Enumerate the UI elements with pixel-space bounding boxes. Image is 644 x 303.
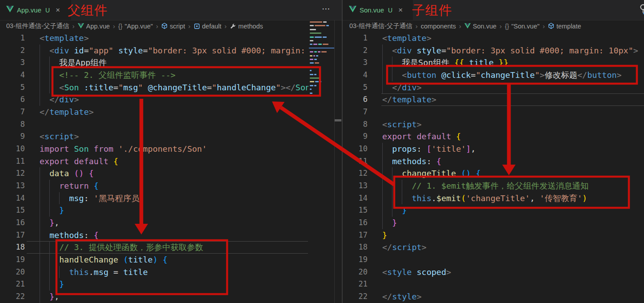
code-text: this.$emit('changeTitle', '传智教育'): [382, 192, 587, 205]
breadcrumb-item[interactable]: script: [161, 23, 185, 30]
code-line[interactable]: 4 <button @click="changeTitle">修改标题</but…: [343, 69, 644, 81]
breadcrumb-label: template: [556, 23, 581, 30]
line-number: 9: [0, 130, 25, 143]
line-number: 22: [343, 291, 368, 303]
code-line[interactable]: 7</template>: [0, 106, 308, 118]
breadcrumb-item[interactable]: template: [548, 23, 581, 30]
code-line[interactable]: 1<template>: [0, 32, 308, 44]
code-line[interactable]: 6 </div>: [0, 93, 308, 106]
breadcrumb-separator-icon: ›: [459, 22, 461, 30]
code-line[interactable]: 14 this.$emit('changeTitle', '传智教育'): [343, 192, 644, 205]
scrollbar-thumb[interactable]: [335, 119, 341, 121]
code-line[interactable]: 3 我是Son组件 {{ title }}: [343, 57, 644, 69]
code-line[interactable]: 11export default {: [0, 155, 308, 168]
breadcrumb-label: default: [202, 23, 222, 30]
code-line[interactable]: 11 methods: {: [343, 155, 644, 168]
code-line[interactable]: 8: [0, 118, 308, 131]
code-line[interactable]: 15 }: [343, 204, 644, 217]
code-line[interactable]: 4 <!-- 2. 父组件监听事件 -->: [0, 69, 308, 81]
code-text: },: [40, 217, 59, 229]
breadcrumb-item[interactable]: Son.vue: [464, 23, 496, 30]
code-line[interactable]: 17 methods: {: [0, 229, 308, 242]
breadcrumb-separator-icon: ›: [224, 22, 227, 30]
code-line[interactable]: 3 我是App组件: [0, 57, 308, 69]
breadcrumb-label: "App.vue": [124, 23, 153, 30]
breadcrumb-label: App.vue: [86, 23, 110, 30]
minimap-row: [310, 59, 317, 60]
code-line[interactable]: 12 data () {: [0, 167, 308, 180]
code-line[interactable]: 2 <div id="app" style="border: 3px solid…: [0, 44, 308, 57]
line-number: 17: [0, 229, 25, 242]
code-line[interactable]: 6</template>: [343, 93, 644, 106]
minimap-row: [310, 55, 318, 57]
breadcrumb-separator-icon: ›: [113, 22, 115, 30]
code-line[interactable]: 9<script>: [0, 130, 308, 143]
line-number: 20: [0, 266, 25, 279]
code-line[interactable]: 22</style>: [343, 291, 644, 303]
code-line[interactable]: 5 </div>: [343, 81, 644, 94]
code-line[interactable]: 10 props: ['title'],: [343, 143, 644, 155]
breadcrumb-item[interactable]: components: [421, 23, 456, 30]
breadcrumb-separator-icon: ›: [416, 22, 418, 30]
tab-app-vue[interactable]: App.vue U ×: [0, 0, 71, 20]
code-line[interactable]: 17}: [343, 229, 644, 242]
code-line[interactable]: 1<template>: [343, 32, 644, 44]
close-icon[interactable]: ×: [398, 6, 403, 15]
line-number: 2: [343, 44, 368, 57]
close-icon[interactable]: ×: [56, 6, 60, 15]
code-line[interactable]: 18</script>: [343, 241, 644, 254]
minimap-row: [310, 77, 320, 79]
breadcrumb[interactable]: 03-组件通信-父子通信›components›Son.vue›{}"Son.v…: [349, 20, 581, 32]
editor-action-icon[interactable]: [639, 4, 644, 15]
code-line[interactable]: 20 this.msg = title: [0, 266, 308, 279]
breadcrumb-item[interactable]: 03-组件通信-父子通信: [6, 22, 69, 30]
breadcrumb[interactable]: 03-组件通信-父子通信›App.vue›{}"App.vue"›script›…: [6, 20, 263, 32]
line-number: 12: [0, 167, 25, 180]
line-number: 21: [343, 278, 368, 291]
code-line[interactable]: 18 // 3. 提供处理函数，形参中获取参数: [0, 241, 308, 254]
git-status-badge: U: [388, 7, 392, 14]
code-line[interactable]: 19 handleChange (title) {: [0, 254, 308, 266]
more-actions-icon[interactable]: ⋯: [322, 4, 331, 14]
code-line[interactable]: 10import Son from './components/Son': [0, 143, 308, 155]
code-text: handleChange (title) {: [40, 254, 168, 266]
scrollbar-lane: [334, 20, 335, 303]
breadcrumb-item[interactable]: App.vue: [78, 23, 110, 30]
minimap-row: [310, 81, 321, 82]
braces-icon: {}: [505, 23, 509, 30]
code-line[interactable]: 16 },: [0, 217, 308, 229]
code-line[interactable]: 20<style scoped>: [343, 266, 644, 279]
breadcrumb-item[interactable]: default: [194, 23, 222, 30]
code-line[interactable]: 8<script>: [343, 118, 644, 131]
code-line[interactable]: 22 },: [0, 291, 308, 303]
code-text: </script>: [382, 241, 427, 254]
breadcrumb-item[interactable]: 03-组件通信-父子通信: [349, 22, 412, 30]
code-line[interactable]: 14 msg: '黑马程序员': [0, 192, 308, 205]
tab-bar-left: App.vue U × ⋯: [0, 0, 342, 20]
editor-pane-app-vue[interactable]: 1<template>2 <div id="app" style="border…: [0, 32, 308, 303]
code-text: <style scoped>: [382, 266, 451, 279]
editor-group-divider[interactable]: [342, 0, 343, 303]
code-line[interactable]: 12 changeTitle () {: [343, 167, 644, 180]
code-text: 我是Son组件 {{ title }}: [382, 57, 508, 69]
breadcrumb-item[interactable]: {}"App.vue": [118, 23, 153, 30]
minimap-row: [310, 85, 316, 86]
code-line[interactable]: 21: [343, 278, 644, 291]
code-line[interactable]: 15 }: [0, 204, 308, 217]
breadcrumb-item[interactable]: {}"Son.vue": [505, 23, 540, 30]
code-line[interactable]: 9export default {: [343, 130, 644, 143]
minimap[interactable]: [310, 21, 334, 124]
code-line[interactable]: 16 }: [343, 217, 644, 229]
code-line[interactable]: 5 <Son :title="msg" @changeTitle="handle…: [0, 81, 308, 94]
breadcrumb-label: Son.vue: [473, 23, 496, 30]
breadcrumb-item[interactable]: methods: [230, 23, 263, 30]
line-number: 18: [0, 241, 25, 254]
code-line[interactable]: 7: [343, 106, 644, 118]
editor-pane-son-vue[interactable]: 1<template>2 <div style="border: 3px sol…: [343, 32, 644, 303]
tab-son-vue[interactable]: Son.vue U ×: [343, 0, 413, 20]
code-line[interactable]: 13 // 1. $emit触发事件，给父组件发送消息通知: [343, 180, 644, 192]
code-line[interactable]: 19: [343, 254, 644, 266]
code-line[interactable]: 21 }: [0, 278, 308, 291]
code-line[interactable]: 2 <div style="border: 3px solid #000; ma…: [343, 44, 644, 57]
code-line[interactable]: 13 return {: [0, 180, 308, 192]
